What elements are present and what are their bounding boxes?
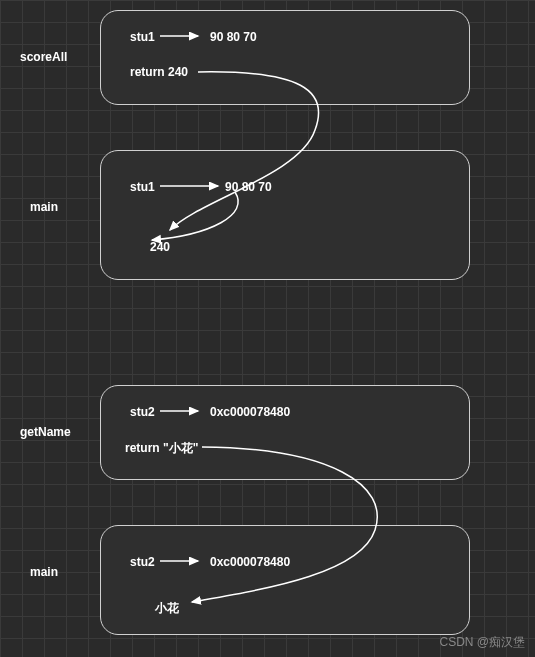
label-main1: main — [30, 200, 58, 214]
box2-result: 240 — [150, 240, 170, 254]
box4-result: 小花 — [155, 600, 179, 617]
box-main1 — [100, 150, 470, 280]
box1-stu: stu1 — [130, 30, 155, 44]
box-scoreall — [100, 10, 470, 105]
box1-return: return 240 — [130, 65, 188, 79]
box3-return: return "小花" — [125, 440, 198, 457]
label-main2: main — [30, 565, 58, 579]
box-main2 — [100, 525, 470, 635]
box-getname — [100, 385, 470, 480]
watermark: CSDN @痴汉堡 — [439, 634, 525, 651]
box3-stu: stu2 — [130, 405, 155, 419]
box2-values: 90 80 70 — [225, 180, 272, 194]
label-scoreall: scoreAll — [20, 50, 67, 64]
label-getname: getName — [20, 425, 71, 439]
box3-addr: 0xc000078480 — [210, 405, 290, 419]
box2-stu: stu1 — [130, 180, 155, 194]
box1-values: 90 80 70 — [210, 30, 257, 44]
box4-stu: stu2 — [130, 555, 155, 569]
box4-addr: 0xc000078480 — [210, 555, 290, 569]
